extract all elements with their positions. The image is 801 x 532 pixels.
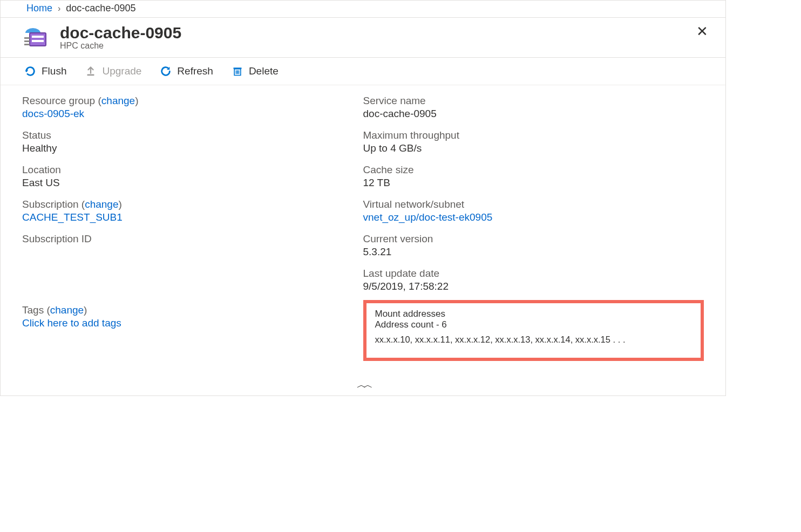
refresh-button[interactable]: Refresh <box>160 65 213 77</box>
title-bar: doc-cache-0905 HPC cache ✕ <box>1 18 725 58</box>
title-text: doc-cache-0905 HPC cache <box>60 24 181 51</box>
upgrade-button: Upgrade <box>85 65 141 77</box>
service-name-value: doc-cache-0905 <box>363 108 704 120</box>
tags-entry: Tags (change) Click here to add tags <box>22 304 363 329</box>
last-update-entry: Last update date 9/5/2019, 17:58:22 <box>363 268 704 292</box>
page-subtitle: HPC cache <box>60 41 181 51</box>
add-tags-link[interactable]: Click here to add tags <box>22 317 121 329</box>
vnet-entry: Virtual network/subnet vnet_oz_up/doc-te… <box>363 199 704 223</box>
svg-rect-0 <box>30 33 46 46</box>
resource-group-label: Resource group <box>22 95 95 106</box>
command-bar: Flush Upgrade Refresh Delete <box>1 58 725 85</box>
version-entry: Current version 5.3.21 <box>363 233 704 258</box>
refresh-label: Refresh <box>177 65 213 77</box>
resource-overview-panel: Home › doc-cache-0905 doc-cache-0905 HPC… <box>0 0 726 396</box>
throughput-entry: Maximum throughput Up to 4 GB/s <box>363 129 704 154</box>
resource-group-value-link[interactable]: docs-0905-ek <box>22 108 84 119</box>
essentials-right-column: Service name doc-cache-0905 Maximum thro… <box>363 95 704 361</box>
svg-rect-4 <box>24 40 30 42</box>
cache-size-entry: Cache size 12 TB <box>363 164 704 189</box>
resource-group-entry: Resource group (change) docs-0905-ek <box>22 95 363 120</box>
delete-button[interactable]: Delete <box>232 65 279 77</box>
vnet-label: Virtual network/subnet <box>363 199 704 210</box>
service-name-entry: Service name doc-cache-0905 <box>363 95 704 120</box>
svg-rect-5 <box>24 44 30 45</box>
cache-size-label: Cache size <box>363 164 704 176</box>
upgrade-label: Upgrade <box>102 65 141 77</box>
mount-addresses-highlight: Mount addresses Address count - 6 xx.x.x… <box>363 300 704 361</box>
page-title: doc-cache-0905 <box>60 24 181 42</box>
mount-addresses-list: xx.x.x.10, xx.x.x.11, xx.x.x.12, xx.x.x.… <box>375 335 693 345</box>
service-name-label: Service name <box>363 95 704 107</box>
location-entry: Location East US <box>22 164 363 189</box>
subscription-id-label: Subscription ID <box>22 233 363 245</box>
hpc-cache-icon <box>22 23 48 52</box>
throughput-value: Up to 4 GB/s <box>363 142 704 154</box>
close-button[interactable]: ✕ <box>693 23 711 39</box>
mount-addresses-count: Address count - 6 <box>375 319 693 330</box>
breadcrumb-current: doc-cache-0905 <box>66 3 135 14</box>
cache-size-value: 12 TB <box>363 177 704 189</box>
throughput-label: Maximum throughput <box>363 129 704 141</box>
delete-icon <box>232 65 243 77</box>
essentials-section: Resource group (change) docs-0905-ek Sta… <box>1 85 725 377</box>
breadcrumb-separator: › <box>58 4 60 13</box>
refresh-icon <box>160 65 172 77</box>
status-label: Status <box>22 129 363 141</box>
last-update-label: Last update date <box>363 268 704 279</box>
essentials-left-column: Resource group (change) docs-0905-ek Sta… <box>22 95 363 361</box>
tags-label: Tags <box>22 304 44 316</box>
svg-rect-3 <box>24 37 30 39</box>
upgrade-icon <box>85 65 97 77</box>
flush-label: Flush <box>42 65 66 77</box>
mount-addresses-label: Mount addresses <box>375 309 693 319</box>
svg-rect-2 <box>32 40 44 42</box>
svg-rect-6 <box>87 74 94 76</box>
last-update-value: 9/5/2019, 17:58:22 <box>363 281 704 292</box>
flush-icon <box>24 65 36 77</box>
version-value: 5.3.21 <box>363 246 704 258</box>
location-label: Location <box>22 164 363 176</box>
subscription-change-link[interactable]: change <box>85 199 118 210</box>
status-value: Healthy <box>22 142 363 154</box>
subscription-value-link[interactable]: CACHE_TEST_SUB1 <box>22 212 123 223</box>
collapse-essentials-toggle[interactable]: ︿︿ <box>1 377 725 395</box>
location-value: East US <box>22 177 363 189</box>
status-entry: Status Healthy <box>22 129 363 154</box>
subscription-label: Subscription <box>22 199 79 210</box>
resource-group-change-link[interactable]: change <box>101 95 135 106</box>
breadcrumb-home-link[interactable]: Home <box>26 3 52 14</box>
subscription-entry: Subscription (change) CACHE_TEST_SUB1 <box>22 199 363 223</box>
vnet-value-link[interactable]: vnet_oz_up/doc-test-ek0905 <box>363 212 493 223</box>
version-label: Current version <box>363 233 704 245</box>
flush-button[interactable]: Flush <box>24 65 66 77</box>
svg-rect-1 <box>32 36 44 38</box>
delete-label: Delete <box>249 65 279 77</box>
tags-change-link[interactable]: change <box>50 304 84 316</box>
breadcrumb: Home › doc-cache-0905 <box>1 1 725 18</box>
svg-rect-11 <box>233 67 241 69</box>
subscription-id-entry: Subscription ID <box>22 233 363 245</box>
title-left: doc-cache-0905 HPC cache <box>22 23 181 52</box>
